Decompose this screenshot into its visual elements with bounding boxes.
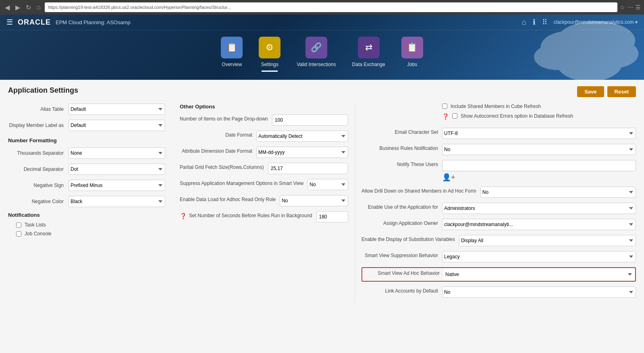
- alias-table-select[interactable]: Default: [69, 104, 165, 115]
- bookmark-icon[interactable]: ☆: [620, 4, 625, 10]
- hamburger-menu[interactable]: ☰: [6, 18, 13, 27]
- show-autocorrect-checkbox[interactable]: [452, 113, 457, 118]
- nav-item-jobs[interactable]: 📋 Jobs: [401, 37, 423, 72]
- notify-users-control: 👤+: [442, 160, 636, 182]
- smart-view-suppress-label: Smart View Suppression Behavior: [361, 251, 442, 259]
- nav-item-data-exchange[interactable]: ⇄ Data Exchange: [352, 37, 385, 72]
- suppress-app-row: Suppress Application Management Options …: [180, 179, 348, 190]
- attr-dim-date-select[interactable]: MM-dd-yyyy: [256, 147, 348, 158]
- data-exchange-icon-box: ⇄: [358, 37, 380, 58]
- settings-grid: Alias Table Default Display Member Label…: [8, 104, 636, 303]
- decimal-sep-row: Decimal Separator Dot: [8, 164, 165, 175]
- set-seconds-input[interactable]: [316, 211, 348, 222]
- partial-grid-input[interactable]: [268, 163, 348, 174]
- suppress-app-label: Suppress Application Management Options …: [180, 179, 307, 187]
- date-format-select[interactable]: Automatically Detect: [256, 131, 348, 142]
- smart-view-adhoc-label: Smart View Ad Hoc Behavior: [363, 269, 444, 277]
- assign-owner-select[interactable]: clackpour@mindstreamanalyti...: [442, 219, 636, 230]
- nav-item-overview[interactable]: 📋 Overview: [221, 37, 243, 72]
- include-shared-control: Include Shared Members in Cube Refresh ❓…: [442, 104, 636, 123]
- display-member-select[interactable]: Default: [69, 120, 165, 131]
- suppress-app-control: No: [307, 179, 348, 190]
- overview-label: Overview: [222, 62, 242, 67]
- include-shared-row: Include Shared Members in Cube Refresh ❓…: [361, 104, 636, 123]
- biz-rules-row: Business Rules Notification No: [361, 144, 636, 155]
- partial-grid-control: [268, 163, 348, 174]
- add-user-button[interactable]: 👤+: [442, 173, 455, 181]
- main-content: Application Settings Save Reset Alias Ta…: [0, 80, 644, 322]
- email-charset-select[interactable]: UTF-8: [442, 128, 636, 139]
- jobs-icon: 📋: [407, 42, 418, 53]
- attr-dim-date-control: MM-dd-yyyy: [256, 147, 348, 158]
- menu-icon[interactable]: ☰: [636, 4, 641, 10]
- link-accounts-control: No: [442, 287, 636, 298]
- display-member-label: Display Member Label as: [8, 123, 69, 128]
- items-page-control: [272, 114, 348, 126]
- assign-owner-row: Assign Application Owner clackpour@minds…: [361, 219, 636, 230]
- overview-icon: 📋: [226, 42, 237, 53]
- partial-grid-label: Partial Grid Fetch Size(Rows,Columns): [180, 163, 268, 171]
- overview-icon-box: 📋: [221, 37, 243, 58]
- job-console-label: Job Console: [25, 231, 52, 237]
- set-seconds-control: [316, 211, 348, 222]
- enable-data-load-row: Enable Data Load for Adhoc Read Only Rol…: [180, 195, 348, 206]
- home-button[interactable]: ⌂: [35, 3, 42, 12]
- biz-rules-select[interactable]: No: [442, 144, 636, 155]
- smart-view-suppress-select[interactable]: Legacy: [442, 251, 636, 262]
- page-header: Application Settings Save Reset: [8, 86, 636, 97]
- reset-button[interactable]: Reset: [607, 86, 636, 97]
- smart-view-adhoc-row: Smart View Ad Hoc Behavior Native: [361, 267, 636, 282]
- decimal-sep-select[interactable]: Dot: [69, 164, 165, 175]
- oracle-header: ☰ ORACLE EPM Cloud Planning: ASOsamp ⌂ ℹ…: [0, 15, 644, 80]
- alias-table-row: Alias Table Default: [8, 104, 165, 115]
- url-bar[interactable]: https://planning19-test-a418326.pbcs.us2…: [45, 2, 617, 12]
- biz-rules-label: Business Rules Notification: [361, 144, 442, 152]
- include-shared-checkbox-container: Include Shared Members in Cube Refresh: [442, 104, 636, 110]
- settings-icon: ⚙: [266, 42, 274, 53]
- negative-sign-row: Negative Sign Prefixed Minus: [8, 180, 165, 191]
- oracle-logo: ORACLE: [18, 18, 51, 27]
- attr-dim-date-label: Attribute Dimension Date Format: [180, 147, 256, 155]
- job-console-checkbox[interactable]: [16, 231, 21, 237]
- refresh-button[interactable]: ↻: [24, 3, 33, 12]
- enable-data-load-select[interactable]: No: [280, 195, 348, 206]
- forward-button[interactable]: ▶: [14, 3, 22, 12]
- url-text: https://planning19-test-a418326.pbcs.us2…: [48, 5, 231, 10]
- suppress-app-select[interactable]: No: [307, 179, 348, 190]
- notify-users-input[interactable]: [442, 160, 636, 171]
- include-shared-checkbox[interactable]: [442, 104, 447, 109]
- nav-item-valid-intersections[interactable]: 🔗 Valid Intersections: [297, 37, 336, 72]
- back-button[interactable]: ◀: [3, 3, 11, 12]
- task-lists-checkbox[interactable]: [16, 222, 21, 228]
- user-menu[interactable]: clackpour@mindstreamanalytics.com ▾: [554, 19, 638, 25]
- nav-item-settings[interactable]: ⚙ Settings: [259, 37, 280, 72]
- oracle-top-bar: ☰ ORACLE EPM Cloud Planning: ASOsamp ⌂ ℹ…: [0, 15, 644, 30]
- allow-drill-select[interactable]: No: [480, 187, 636, 198]
- home-icon[interactable]: ⌂: [522, 18, 526, 27]
- help-icon[interactable]: ℹ: [533, 18, 536, 27]
- set-seconds-help-icon: ❓: [180, 213, 187, 219]
- decimal-sep-label: Decimal Separator: [8, 166, 69, 172]
- date-format-row: Date Format Automatically Detect: [180, 131, 348, 142]
- negative-color-select[interactable]: Black: [69, 196, 165, 207]
- link-accounts-select[interactable]: No: [442, 287, 636, 298]
- middle-column: Other Options Number of Items on the Pag…: [173, 104, 355, 303]
- notify-users-row: Notify These Users 👤+: [361, 160, 636, 182]
- negative-sign-select[interactable]: Prefixed Minus: [69, 180, 165, 191]
- apps-icon[interactable]: ⠿: [542, 18, 547, 27]
- thousands-sep-select[interactable]: None: [69, 147, 165, 159]
- enable-data-load-control: No: [280, 195, 348, 206]
- set-seconds-row: ❓ Set Number of Seconds Before Rules Run…: [180, 211, 348, 222]
- extensions-icon[interactable]: ⋯: [627, 4, 633, 10]
- left-column: Alias Table Default Display Member Label…: [8, 104, 173, 303]
- email-charset-label: Email Character Set: [361, 128, 442, 136]
- alias-table-label: Alias Table: [8, 106, 69, 112]
- right-label-spacer: [361, 104, 442, 105]
- items-page-input[interactable]: [272, 114, 348, 126]
- save-button[interactable]: Save: [577, 86, 604, 97]
- show-autocorrect-help-icon: ❓: [442, 113, 449, 120]
- enable-use-select[interactable]: Administrators: [442, 203, 636, 214]
- enable-display-select[interactable]: Display All: [459, 235, 636, 246]
- date-format-label: Date Format: [180, 131, 256, 139]
- smart-view-adhoc-select[interactable]: Native: [444, 269, 634, 280]
